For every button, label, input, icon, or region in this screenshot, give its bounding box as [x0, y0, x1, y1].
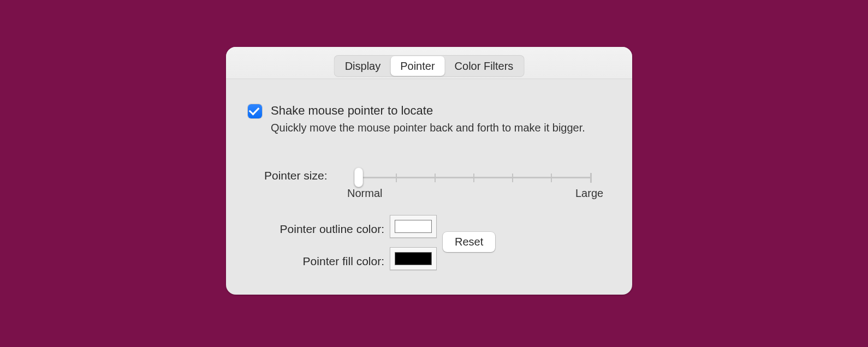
pointer-size-label: Pointer size: — [264, 169, 328, 182]
pointer-size-slider[interactable] — [357, 172, 592, 183]
slider-tick — [512, 174, 513, 182]
slider-tick — [590, 173, 592, 183]
shake-label: Shake mouse pointer to locate — [271, 104, 433, 118]
slider-tick — [473, 174, 474, 182]
pointer-outline-color-swatch — [395, 220, 432, 233]
slider-tick — [435, 174, 436, 182]
pointer-size-max-label: Large — [575, 187, 603, 200]
tab-color-filters[interactable]: Color Filters — [445, 56, 524, 76]
pointer-fill-color-well[interactable] — [390, 247, 437, 270]
tab-pointer[interactable]: Pointer — [390, 56, 444, 76]
slider-thumb[interactable] — [354, 167, 363, 187]
tab-display[interactable]: Display — [335, 56, 391, 76]
panel-content: Shake mouse pointer to locate Quickly mo… — [226, 79, 632, 295]
shake-checkbox[interactable] — [248, 104, 262, 118]
preferences-panel: Display Pointer Color Filters Shake mous… — [226, 47, 632, 295]
tab-segmented-control: Display Pointer Color Filters — [334, 55, 525, 77]
reset-button[interactable]: Reset — [443, 232, 495, 252]
pointer-outline-color-label: Pointer outline color: — [246, 223, 384, 236]
pointer-fill-color-label: Pointer fill color: — [246, 255, 384, 268]
shake-description: Quickly move the mouse pointer back and … — [271, 121, 607, 135]
slider-track — [357, 177, 592, 178]
pointer-fill-color-swatch — [395, 252, 432, 265]
slider-tick — [396, 174, 397, 182]
pointer-size-min-label: Normal — [347, 187, 382, 200]
pointer-outline-color-well[interactable] — [390, 215, 437, 238]
slider-tick — [551, 174, 552, 182]
